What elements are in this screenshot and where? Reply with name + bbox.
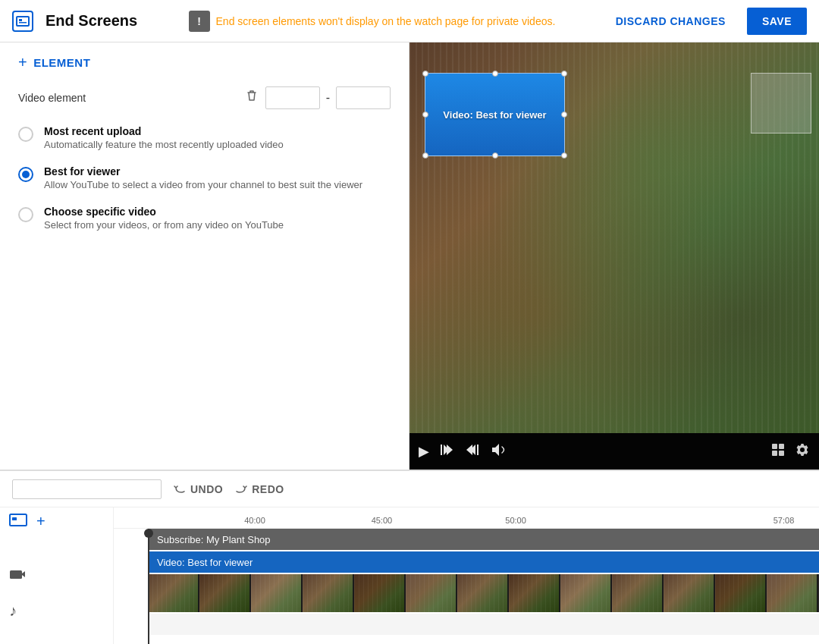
settings-button[interactable] [795,442,810,460]
page-title: End Screens [46,12,137,30]
save-button[interactable]: SAVE [747,8,807,35]
film-frame-2 [199,574,251,612]
play-button[interactable]: ▶ [419,443,429,460]
radio-label-choose-specific: Choose specific video [44,206,284,218]
end-time-input[interactable]: 57:08 [336,86,391,109]
app-icon [12,11,33,32]
playhead[interactable] [148,529,149,644]
radio-label-best-for-viewer: Best for viewer [44,165,362,177]
handle-tl[interactable] [422,71,428,77]
radio-circle-best-for-viewer [18,167,33,182]
handle-mr[interactable] [561,112,567,118]
track-subscribe-label: Subscribe: My Plant Shop [157,534,271,545]
svg-rect-1 [19,19,22,21]
end-screen-overlay-label: Video: Best for viewer [443,109,546,121]
ruler-mark-5708: 57:08 [774,516,795,525]
tl-icon-row-music: ♪ [0,595,113,626]
radio-desc-best-for-viewer: Allow YouTube to select a video from you… [44,179,362,190]
handle-bm[interactable] [492,152,498,159]
warning-text: End screen elements won't display on the… [216,15,556,27]
undo-button[interactable]: UNDO [174,483,223,495]
forward-button[interactable] [464,441,481,461]
timeline-ruler: 40:00 45:00 50:00 57:08 [114,507,819,529]
playhead-dot [144,529,153,538]
redo-button[interactable]: REDO [235,483,284,495]
add-element-label: ELEMENT [33,56,90,69]
end-screen-overlay-video[interactable]: Video: Best for viewer [425,73,565,156]
video-thumbnail: Video: Best for viewer [410,42,819,433]
plus-icon: + [18,55,27,70]
warning-icon: ! [189,11,210,32]
music-icon: ♪ [9,602,17,620]
header: End Screens ! End screen elements won't … [0,0,819,42]
camera-icon [9,568,26,583]
left-panel: + ELEMENT Video element 37:08 - 57:08 Mo… [0,42,410,470]
film-frame-11 [664,574,715,612]
film-frame-10 [612,574,664,612]
undo-label: UNDO [190,483,223,495]
svg-rect-2 [19,22,27,24]
film-frame-4 [303,574,354,612]
main-content: + ELEMENT Video element 37:08 - 57:08 Mo… [0,42,819,470]
radio-choose-specific[interactable]: Choose specific video Select from your v… [18,206,391,231]
film-frame-9 [560,574,612,612]
film-frame-7 [457,574,509,612]
svg-rect-5 [772,451,777,456]
film-frame-1 [148,574,199,612]
handle-tm[interactable] [492,71,498,77]
film-frame-13 [767,574,818,612]
end-screen-overlay-secondary[interactable] [751,73,811,134]
tl-icon-row-screen: + [0,507,113,556]
radio-desc-most-recent: Automatically feature the most recently … [44,139,284,150]
timeline-current-time[interactable]: 37:08 [12,479,162,499]
svg-rect-4 [779,444,784,449]
handle-tr[interactable] [561,71,567,77]
radio-circle-most-recent [18,127,33,142]
track-video-label: Video: Best for viewer [157,557,253,568]
timeline-toolbar: 37:08 UNDO REDO [0,471,819,507]
ruler-mark-5000: 50:00 [505,516,526,525]
discard-changes-button[interactable]: DISCARD CHANGES [607,9,735,33]
radio-most-recent[interactable]: Most recent upload Automatically feature… [18,125,391,150]
timeline-main: + ♪ 40:00 45:00 50:00 57:08 [0,507,819,644]
time-separator: - [326,91,330,105]
redo-label: REDO [252,483,284,495]
radio-content-best-for-viewer: Best for viewer Allow YouTube to select … [44,165,362,190]
radio-best-for-viewer[interactable]: Best for viewer Allow YouTube to select … [18,165,391,190]
radio-content-choose-specific: Choose specific video Select from your v… [44,206,284,231]
track-filmstrip [148,574,819,612]
add-track-button[interactable]: + [36,514,46,529]
video-element-row: Video element 37:08 - 57:08 [18,85,391,110]
radio-desc-choose-specific: Select from your videos, or from any vid… [44,219,284,231]
grid-view-button[interactable] [770,442,786,460]
ruler-mark-4000: 40:00 [244,516,265,525]
warning-banner: ! End screen elements won't display on t… [149,11,595,32]
handle-bl[interactable] [422,152,428,159]
start-time-input[interactable]: 37:08 [265,86,320,109]
svg-rect-8 [12,517,17,520]
handle-ml[interactable] [422,112,428,118]
timeline-tracks: 40:00 45:00 50:00 57:08 Subscribe: My Pl… [114,507,819,644]
track-music [148,614,819,635]
volume-button[interactable] [490,441,507,462]
film-frame-5 [354,574,406,612]
svg-rect-6 [779,451,784,456]
delete-button[interactable] [238,85,265,110]
video-element-label: Video element [18,92,238,104]
radio-content-most-recent: Most recent upload Automatically feature… [44,125,284,150]
radio-circle-choose-specific [18,207,33,222]
svg-rect-3 [772,444,777,449]
add-element-button[interactable]: + ELEMENT [18,55,90,70]
timeline-left-icons: + ♪ [0,507,114,644]
film-frame-8 [509,574,560,612]
film-frame-3 [251,574,303,612]
track-subscribe[interactable]: Subscribe: My Plant Shop [148,529,819,550]
screen-icon [9,514,27,533]
handle-br[interactable] [561,152,567,159]
svg-rect-0 [17,17,29,26]
film-frame-12 [715,574,767,612]
radio-label-most-recent: Most recent upload [44,125,284,137]
track-video[interactable]: Video: Best for viewer [148,551,819,573]
rewind-button[interactable] [438,441,455,461]
track-area: Subscribe: My Plant Shop Video: Best for… [114,529,819,644]
